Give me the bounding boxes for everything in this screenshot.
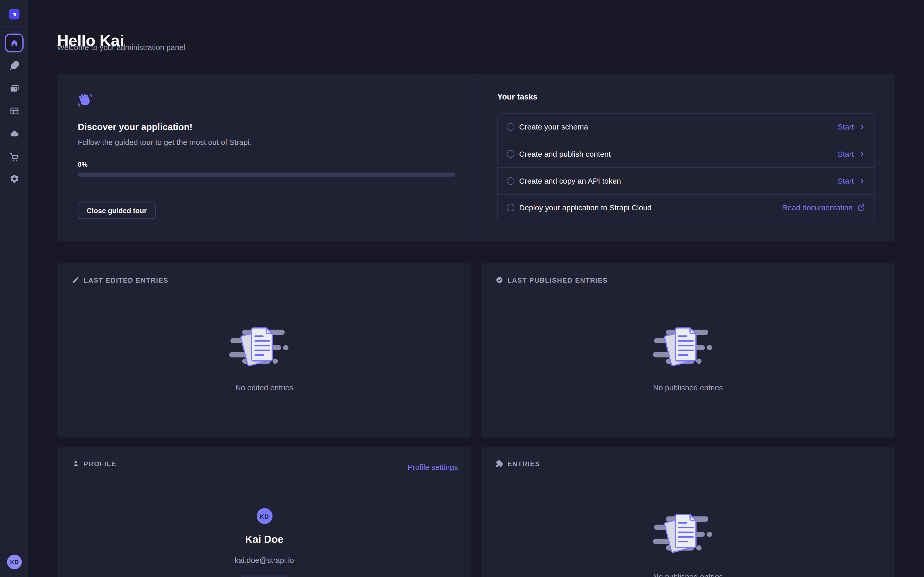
guided-tour-panel: Discover your application! Follow the gu… [57,74,476,241]
strapi-admin-dashboard: KD Hello Kai Welcome to your administrat… [0,0,924,577]
task-row-publish-content: Create and publish content Start [498,140,874,167]
task-status-circle [507,204,514,211]
empty-state-text: No published entries [481,572,895,577]
gear-icon [9,174,19,184]
sidebar-item-content-manager[interactable] [9,60,19,70]
check-circle-icon [496,276,503,284]
media-library-icon [9,83,19,93]
sidebar-item-marketplace[interactable] [9,152,19,161]
entries-card: ENTRIES No published entries [481,447,895,577]
pencil-icon [72,276,79,284]
page-subtitle: Welcome to your administration panel [57,43,185,52]
task-status-circle [507,123,514,131]
task-label: Create and publish content [519,150,611,158]
puzzle-icon [496,460,503,467]
external-link-icon [858,204,865,211]
sidebar-item-settings[interactable] [9,174,19,184]
card-header: PROFILE [72,460,116,467]
tasks-title: Your tasks [498,92,538,101]
guided-tour-card: Discover your application! Follow the gu… [57,74,895,241]
empty-state-text: No published entries [481,384,895,392]
tasks-list: Create your schema Start Create and publ… [498,113,875,221]
task-row-api-token: Create and copy an API token Start [498,167,874,194]
task-start-link[interactable]: Start [838,150,865,158]
sidebar-item-media-library[interactable] [9,83,19,93]
profile-email: kai.doe@strapi.io [57,556,472,564]
card-title: PROFILE [84,460,116,467]
read-documentation-link[interactable]: Read documentation [782,203,865,212]
chevron-right-icon [859,124,865,130]
sidebar-item-cloud[interactable] [9,129,19,139]
sidebar-item-content-type-builder[interactable] [9,106,19,116]
task-label: Create and copy an API token [519,176,621,185]
last-edited-entries-card: LAST EDITED ENTRIES No edited entries [57,263,472,437]
guided-tour-subtitle: Follow the guided tour to get the most o… [78,138,252,147]
empty-documents-illustration [653,326,724,370]
task-label: Create your schema [519,122,588,131]
waving-hand-icon [77,92,93,108]
person-icon [72,460,79,467]
feather-icon [9,60,19,70]
card-title: ENTRIES [507,460,540,467]
task-label: Deploy your application to Strapi Cloud [519,203,652,212]
card-header: LAST PUBLISHED ENTRIES [496,276,608,284]
empty-documents-illustration [653,513,724,556]
guided-tour-progress-bar [78,172,456,177]
task-start-link[interactable]: Start [838,122,865,131]
task-status-circle [507,177,514,185]
sidebar-separator [0,26,28,27]
strapi-logo[interactable] [9,9,19,19]
profile-avatar: KD [257,508,272,524]
cart-icon [9,152,19,161]
task-row-deploy-cloud: Deploy your application to Strapi Cloud … [498,194,874,221]
card-title: LAST PUBLISHED ENTRIES [507,276,608,284]
last-published-entries-card: LAST PUBLISHED ENTRIES No published entr… [481,263,895,437]
profile-card: PROFILE Profile settings KD Kai Doe kai.… [57,447,472,577]
task-row-create-schema: Create your schema Start [498,114,874,140]
chevron-right-icon [859,151,865,157]
profile-name: Kai Doe [57,533,472,546]
task-status-circle [507,150,514,158]
card-title: LAST EDITED ENTRIES [84,276,168,284]
empty-documents-illustration [229,326,300,370]
card-header: ENTRIES [496,460,540,467]
layout-icon [9,106,19,116]
empty-state-text: No edited entries [57,384,472,392]
guided-tour-progress-label: 0% [78,161,87,168]
close-guided-tour-button[interactable]: Close guided tour [78,203,155,219]
role-badge [241,575,288,577]
guided-tour-title: Discover your application! [78,122,192,132]
chevron-right-icon [859,178,865,184]
cloud-icon [9,129,19,139]
profile-settings-link[interactable]: Profile settings [407,463,458,472]
card-header: LAST EDITED ENTRIES [72,276,168,284]
user-avatar[interactable]: KD [7,555,22,569]
sidebar-item-home[interactable] [5,34,23,52]
task-start-link[interactable]: Start [838,176,865,185]
home-icon [9,38,19,48]
strapi-logo-icon [10,10,18,18]
sidebar: KD [0,0,28,577]
